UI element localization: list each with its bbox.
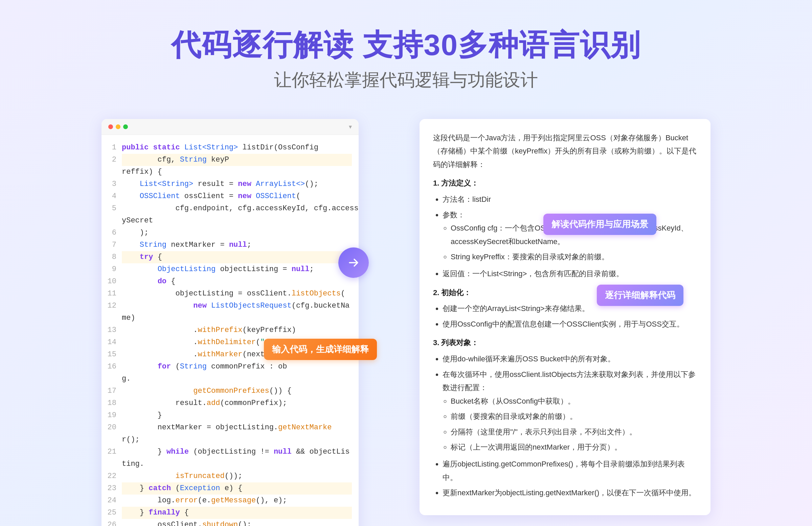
- explanation-intro: 这段代码是一个Java方法，用于列出指定阿里云OSS（对象存储服务）Bucket…: [433, 131, 697, 171]
- code-line: do {: [122, 275, 352, 288]
- code-line: OSSClient ossClient = new OSSClient(: [122, 190, 352, 202]
- window-dot-red: [108, 124, 113, 129]
- content-area: ▾ 1 2 3 4 5 6 7 8 9 10 11 12 13 14: [102, 119, 710, 526]
- page-title: 代码逐行解读 支持30多种语言识别: [171, 27, 641, 63]
- collapse-icon[interactable]: ▾: [349, 123, 352, 131]
- code-line: result.add(commonPrefix);: [122, 397, 352, 409]
- code-line: cfg.endpoint, cfg.accessKeyId, cfg.acces…: [122, 202, 352, 215]
- code-line: .withPrefix(keyPreffix): [122, 324, 352, 336]
- arrow-button[interactable]: [338, 247, 369, 278]
- section-1-list: 方法名：listDir 参数： OssConfig cfg：一个包含OSS配置的…: [433, 193, 697, 281]
- code-line: ySecret: [122, 215, 352, 227]
- code-line: objectListing = ossClient.listObjects(: [122, 288, 352, 300]
- code-line: for (String commonPrefix : ob: [122, 361, 352, 373]
- code-line: try {: [122, 251, 352, 263]
- code-line: } finally {: [122, 507, 352, 519]
- window-dot-yellow: [116, 124, 120, 129]
- code-line: List<String> result = new ArrayList<>();: [122, 178, 352, 190]
- section-1-title: 1. 方法定义：: [433, 177, 697, 190]
- code-line: public static List<String> listDir(OssCo…: [122, 141, 352, 154]
- code-line: isTruncated());: [122, 470, 352, 482]
- code-line: ObjectListing objectListing = null;: [122, 263, 352, 275]
- page-subtitle: 让你轻松掌握代码逻辑与功能设计: [171, 68, 641, 92]
- code-content: public static List<String> listDir(OssCo…: [122, 141, 359, 526]
- code-line: }: [122, 409, 352, 422]
- code-line: nextMarker = objectListing.getNextMarke: [122, 422, 352, 434]
- code-line: new ListObjectsRequest(cfg.bucketNa: [122, 300, 352, 312]
- code-line: } while (objectListing != null && object…: [122, 446, 352, 458]
- code-panel: ▾ 1 2 3 4 5 6 7 8 9 10 11 12 13 14: [102, 119, 359, 526]
- input-code-tag: 输入代码，生成详细解释: [264, 339, 377, 360]
- line-explain-tag: 逐行详细解释代码: [597, 285, 683, 306]
- window-dot-green: [123, 124, 128, 129]
- code-line: } catch (Exception e) {: [122, 482, 352, 495]
- section-3-list: 使用do-while循环来遍历OSS Bucket中的所有对象。 在每次循环中，…: [433, 352, 697, 500]
- code-line: cfg, String keyP: [122, 154, 352, 166]
- code-line: log.error(e.getMessage(), e);: [122, 495, 352, 507]
- page-header: 代码逐行解读 支持30多种语言识别 让你轻松掌握代码逻辑与功能设计: [171, 27, 641, 92]
- code-line: String nextMarker = null;: [122, 239, 352, 251]
- code-body: 1 2 3 4 5 6 7 8 9 10 11 12 13 14 15 16: [102, 135, 359, 526]
- code-line: ossClient.shutdown();: [122, 519, 352, 526]
- section-2-list: 创建一个空的ArrayList<String>来存储结果。 使用OssConfi…: [433, 302, 697, 331]
- line-numbers: 1 2 3 4 5 6 7 8 9 10 11 12 13 14 15 16: [102, 141, 122, 526]
- code-line: ting.: [122, 458, 352, 470]
- section-3-title: 3. 列表对象：: [433, 336, 697, 349]
- code-line: g.: [122, 373, 352, 385]
- code-line: me): [122, 312, 352, 324]
- explanation-panel: 这段代码是一个Java方法，用于列出指定阿里云OSS（对象存储服务）Bucket…: [420, 119, 710, 515]
- code-line: r();: [122, 434, 352, 446]
- read-scene-tag: 解读代码作用与应用场景: [543, 214, 656, 235]
- code-panel-header: ▾: [102, 119, 359, 135]
- code-line: );: [122, 227, 352, 239]
- code-line: reffix) {: [122, 166, 352, 178]
- code-line: getCommonPrefixes()) {: [122, 385, 352, 397]
